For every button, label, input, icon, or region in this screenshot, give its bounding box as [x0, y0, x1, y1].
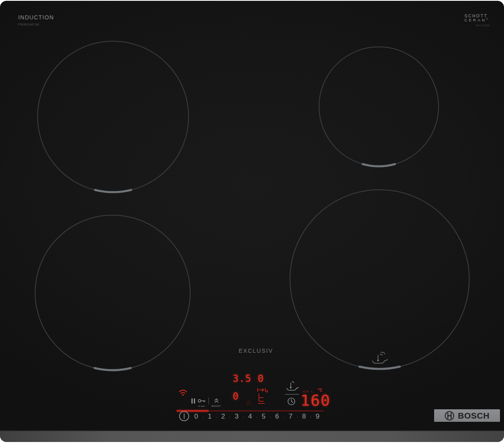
- zone-back-right-marker: [363, 164, 395, 167]
- power-level-9[interactable]: 9: [315, 413, 319, 421]
- power-level-5[interactable]: 5: [262, 413, 265, 421]
- cooking-zone-front-left-ring: [35, 215, 190, 370]
- zone-display-back-right[interactable]: 0: [258, 374, 263, 383]
- scale-separator: ·: [242, 414, 244, 420]
- perfectfry-sensor-icon: [372, 352, 388, 364]
- power-level-2[interactable]: 2: [221, 413, 225, 421]
- zone-front-left-marker: [94, 368, 131, 370]
- registered-mark: ®: [486, 18, 488, 20]
- scale-separator: ·: [202, 414, 204, 420]
- boost-chevrons-icon: [214, 398, 219, 403]
- power-level-6[interactable]: 6: [275, 413, 279, 421]
- power-level-4[interactable]: 4: [248, 413, 252, 421]
- cooking-zone-back-left-ring: [38, 41, 189, 192]
- bosch-emblem-icon: [445, 411, 454, 421]
- zone-display-front-left[interactable]: 0: [233, 392, 238, 401]
- series-label: EXCLUSIV: [239, 348, 273, 354]
- scale-separator: ·: [229, 414, 231, 420]
- scale-separator: ·: [216, 414, 217, 420]
- boost-key[interactable]: BOOST: [212, 397, 221, 407]
- fry-sensor-key-icon[interactable]: [285, 381, 299, 391]
- scale-separator: ·: [283, 414, 285, 420]
- lock-hold-label: 4 sec: [198, 405, 206, 407]
- wifi-icon: [178, 388, 188, 396]
- zone-back-left-marker: [95, 190, 131, 192]
- cooking-zone-back-right-ring: [319, 47, 439, 166]
- zone-display-back-left[interactable]: 3.5: [233, 374, 251, 383]
- scale-separator: ·: [269, 414, 271, 420]
- power-level-3[interactable]: 3: [235, 413, 238, 421]
- scale-separator: ·: [310, 414, 311, 420]
- bosch-logo-band: BOSCH: [434, 409, 500, 422]
- power-level-0[interactable]: 0: [194, 413, 198, 421]
- power-level-7[interactable]: 7: [289, 413, 292, 421]
- induction-hob-glass: INDUCTION PIE631HC1M SCHOTT CERAN® 90017…: [0, 1, 504, 442]
- child-lock-key[interactable]: 4 sec: [198, 397, 206, 407]
- front-glass-edge: [0, 430, 504, 442]
- model-number: PIE631HC1M: [18, 23, 39, 26]
- power-level-1[interactable]: 1: [208, 413, 211, 421]
- induction-label: INDUCTION: [18, 14, 54, 21]
- power-scale-row: 0·1·2·3·4·5·6·7·8·9: [194, 412, 319, 421]
- transfer-small-digit: 8: [266, 390, 268, 393]
- cooking-zone-front-right-ring: [290, 190, 469, 369]
- timer-divider: [285, 394, 299, 395]
- schott-ceran-logo: SCHOTT CERAN®: [464, 13, 488, 23]
- zone-front-right-marker: [359, 367, 400, 369]
- ceran-line: CERAN®: [464, 18, 488, 23]
- power-level-8[interactable]: 8: [302, 413, 306, 421]
- timer-display[interactable]: 160: [300, 393, 331, 408]
- boost-label: BOOST: [212, 405, 221, 407]
- bosch-wordmark: BOSCH: [458, 411, 489, 421]
- scale-separator: ·: [256, 414, 258, 420]
- cluster-divider: [208, 398, 209, 404]
- favorite-star-icon[interactable]: ☆: [246, 398, 252, 406]
- lock-boost-cluster: 4 sec BOOST: [191, 397, 221, 407]
- ceran-code: 9001733606: [476, 24, 490, 27]
- power-scale-track: [209, 410, 323, 411]
- timer-clock-icon[interactable]: [287, 397, 296, 406]
- scale-separator: ·: [296, 414, 298, 420]
- pause-icon: [191, 398, 195, 404]
- key-icon: [198, 399, 206, 403]
- cooking-zones-layer: [0, 1, 504, 442]
- power-button[interactable]: [179, 411, 189, 421]
